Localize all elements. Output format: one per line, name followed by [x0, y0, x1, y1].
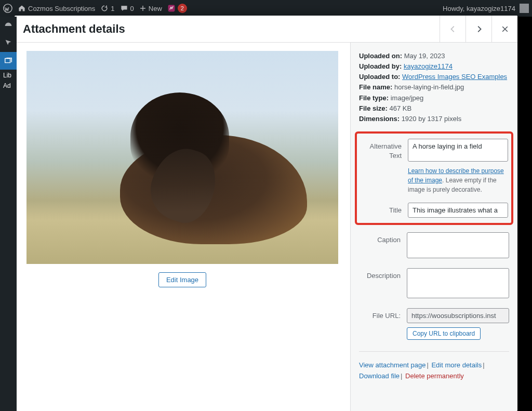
comments-link[interactable]: 0	[120, 4, 134, 12]
modal-header: Attachment details	[15, 16, 517, 43]
caption-label: Caption	[359, 232, 407, 260]
chevron-left-icon	[448, 24, 458, 34]
uploaded-by-link[interactable]: kayazogize1174	[404, 62, 453, 70]
howdy-text: Howdy, kayazogize1174	[443, 5, 515, 12]
sidebar-posts-icon[interactable]	[0, 34, 17, 52]
sidebar-media-icon[interactable]	[0, 52, 17, 70]
file-url-input[interactable]	[407, 308, 509, 323]
caption-input[interactable]	[407, 232, 509, 258]
description-input[interactable]	[407, 268, 509, 298]
wp-logo-icon[interactable]	[3, 4, 12, 13]
file-type-value: image/jpeg	[391, 94, 424, 102]
avatar	[520, 4, 529, 13]
site-name: Cozmos Subscriptions	[28, 5, 95, 12]
file-type-label: File type:	[359, 94, 389, 102]
sidebar-dashboard-icon[interactable]	[0, 17, 17, 34]
new-label: New	[149, 5, 162, 12]
refresh-icon	[100, 4, 109, 12]
uploaded-to-label: Uploaded to:	[359, 73, 400, 81]
site-home-link[interactable]: Cozmos Subscriptions	[18, 4, 95, 12]
view-attachment-link[interactable]: View attachment page	[359, 361, 425, 369]
uploaded-to-link[interactable]: WordPress Images SEO Examples	[402, 73, 507, 81]
seo-link[interactable]: 2	[167, 4, 187, 13]
file-name-label: File name:	[359, 83, 392, 91]
annotation-highlight: Alternative Text Learn how to describe t…	[355, 131, 513, 225]
file-size-value: 467 KB	[390, 104, 412, 112]
copy-url-button[interactable]: Copy URL to clipboard	[407, 327, 481, 340]
edit-more-details-link[interactable]: Edit more details	[431, 361, 482, 369]
attachment-details-column: Uploaded on: May 19, 2023 Uploaded by: k…	[350, 43, 517, 411]
next-attachment-button[interactable]	[466, 16, 491, 42]
edit-image-button[interactable]: Edit Image	[158, 272, 206, 287]
new-content-link[interactable]: New	[139, 5, 162, 12]
file-size-label: File size:	[359, 104, 388, 112]
alt-text-label: Alternative Text	[360, 139, 408, 194]
admin-account-link[interactable]: Howdy, kayazogize1174	[443, 4, 529, 13]
attachment-meta: Uploaded on: May 19, 2023 Uploaded by: k…	[359, 51, 509, 124]
admin-sidebar: Lib Ad	[0, 17, 17, 411]
divider	[359, 351, 509, 352]
title-input[interactable]	[408, 203, 508, 218]
file-name-value: horse-laying-in-field.jpg	[394, 83, 464, 91]
alt-text-help: Learn how to describe the purpose of the…	[408, 166, 508, 194]
seo-icon	[167, 4, 176, 12]
chevron-right-icon	[474, 24, 484, 34]
title-label: Title	[360, 203, 408, 218]
updates-count: 1	[111, 5, 114, 12]
home-icon	[18, 4, 26, 12]
uploaded-on-value: May 19, 2023	[404, 52, 445, 60]
seo-count-badge: 2	[178, 4, 187, 13]
close-icon	[501, 25, 509, 33]
close-modal-button[interactable]	[491, 16, 517, 42]
prev-attachment-button	[440, 16, 466, 42]
sidebar-library-label[interactable]: Lib	[0, 71, 11, 80]
dimensions-value: 1920 by 1317 pixels	[402, 115, 462, 123]
download-file-link[interactable]: Download file	[359, 372, 400, 380]
updates-link[interactable]: 1	[100, 4, 114, 12]
attachment-action-links: View attachment page| Edit more details|…	[359, 360, 509, 382]
plus-icon	[139, 5, 147, 12]
comment-icon	[120, 4, 128, 12]
alt-text-input[interactable]	[408, 139, 508, 162]
attachment-image-preview	[26, 51, 338, 264]
delete-permanently-link[interactable]: Delete permanently	[405, 372, 464, 380]
uploaded-by-label: Uploaded by:	[359, 62, 402, 70]
file-url-label: File URL:	[359, 308, 407, 340]
admin-bar: Cozmos Subscriptions 1 0 New 2 Howdy, ka…	[0, 0, 532, 17]
media-preview-column: Edit Image	[15, 43, 350, 411]
uploaded-on-label: Uploaded on:	[359, 52, 402, 60]
description-label: Description	[359, 268, 407, 300]
modal-title: Attachment details	[15, 22, 125, 36]
comments-count: 0	[130, 5, 134, 12]
attachment-details-modal: Attachment details Edit Image	[15, 16, 517, 411]
sidebar-addnew-label[interactable]: Ad	[0, 81, 11, 90]
dimensions-label: Dimensions:	[359, 115, 400, 123]
